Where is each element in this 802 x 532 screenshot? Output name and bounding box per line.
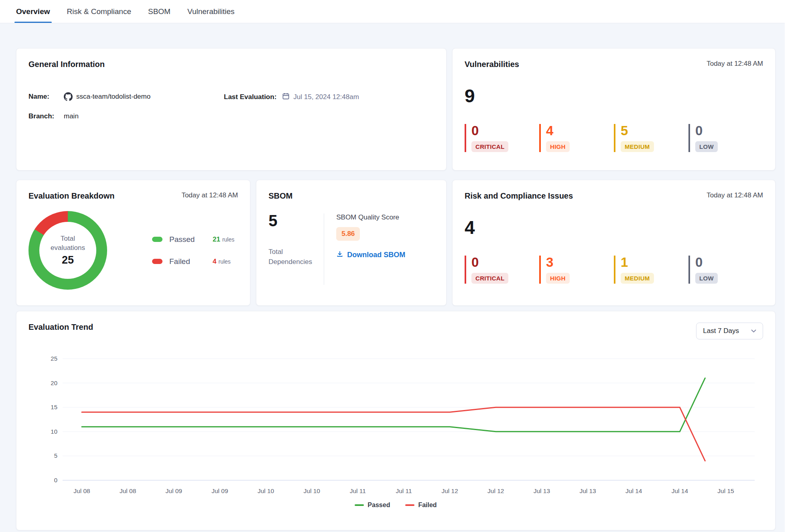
evaluation-breakdown-title: Evaluation Breakdown [28,191,115,201]
general-information-title: General Information [28,60,105,69]
x-tick-label: Jul 12 [441,487,458,494]
risk-severity-row: 0 CRITICAL 3 HIGH 1 MEDIUM 0 LOW [465,256,763,284]
x-tick-label: Jul 09 [166,487,182,494]
severity-tile-critical: 0 CRITICAL [465,124,539,152]
time-range-value: Last 7 Days [703,327,739,335]
vulnerabilities-title: Vulnerabilities [465,60,519,69]
severity-tile-low: 0 LOW [688,256,763,284]
x-tick-label: Jul 11 [396,487,412,494]
x-tick-label: Jul 14 [672,487,688,494]
severity-count: 0 [471,256,479,270]
chevron-down-icon [751,327,756,335]
sbom-quality-score-value: 5.86 [336,227,360,241]
legend-row-failed: Failed 4 rules [152,257,234,266]
risk-compliance-card: Risk and Compliance Issues Today at 12:4… [452,180,776,306]
donut-center-label: Total evaluations [45,234,91,253]
failed-count: 4 [213,258,216,266]
x-tick-label: Jul 09 [211,487,228,494]
x-tick-label: Jul 14 [625,487,642,494]
sbom-title: SBOM [268,191,292,201]
download-sbom-label: Download SBOM [347,251,405,259]
failed-label: Failed [169,257,205,266]
x-tick-label: Jul 10 [304,487,321,494]
legend-item-failed[interactable]: Failed [405,502,437,509]
x-tick-label: Jul 12 [487,487,504,494]
y-tick-label: 5 [54,452,57,459]
evaluation-trend-title: Evaluation Trend [28,323,93,332]
tab-bar: Overview Risk & Compliance SBOM Vulnerab… [0,0,802,23]
risk-compliance-total: 4 [465,218,763,237]
evaluation-breakdown-timestamp: Today at 12:48 AM [181,191,238,199]
vertical-divider [324,213,324,285]
x-tick-label: Jul 15 [717,487,734,494]
severity-tile-high: 3 HIGH [539,256,614,284]
passed-count: 21 [213,236,220,244]
severity-count: 3 [546,256,553,270]
series-line-passed [82,378,705,431]
github-icon [64,92,73,101]
x-tick-label: Jul 13 [579,487,596,494]
download-sbom-link[interactable]: Download SBOM [336,250,405,260]
donut-total-value: 25 [62,254,74,266]
vulnerabilities-card: Vulnerabilities Today at 12:48 AM 9 0 CR… [452,48,776,171]
failed-line-icon [405,504,414,506]
calendar-icon [282,92,290,102]
y-tick-label: 20 [51,380,57,386]
x-tick-label: Jul 10 [258,487,274,494]
vulnerabilities-total: 9 [465,87,763,105]
total-dependencies-value: 5 [268,213,320,229]
legend-failed-label: Failed [418,502,437,509]
severity-badge: LOW [695,273,718,284]
evaluation-trend-card: Evaluation Trend Last 7 Days 0510152025J… [16,311,776,530]
severity-count: 1 [621,256,628,270]
passed-pill-icon [152,237,162,242]
passed-line-icon [355,504,364,506]
branch-row: Branch: main [28,112,224,120]
tab-overview[interactable]: Overview [16,0,50,23]
trend-chart: 0510152025Jul 08Jul 08Jul 09Jul 09Jul 10… [28,347,764,498]
time-range-select[interactable]: Last 7 Days [696,323,763,339]
legend-row-passed: Passed 21 rules [152,235,234,244]
repo-name-value: ssca-team/todolist-demo [76,93,150,101]
severity-badge: LOW [695,141,718,152]
severity-count: 5 [621,124,628,138]
y-tick-label: 0 [54,477,57,483]
severity-tile-medium: 1 MEDIUM [614,256,688,284]
severity-tile-high: 4 HIGH [539,124,614,152]
scrollbar-gutter[interactable] [785,0,802,532]
sbom-quality-score-label: SBOM Quality Score [336,213,405,221]
last-evaluation-value: Jul 15, 2024 12:48am [293,93,359,101]
vulnerabilities-timestamp: Today at 12:48 AM [707,60,763,68]
tab-vulnerabilities[interactable]: Vulnerabilities [187,0,235,23]
y-tick-label: 15 [51,404,57,410]
last-evaluation-label: Last Evaluation: [224,93,276,101]
total-dependencies-label: Total Dependencies [268,247,320,267]
series-line-failed [82,407,705,461]
severity-count: 4 [546,124,553,138]
name-label: Name: [28,93,64,101]
general-information-card: General Information Name: ssca-team/todo… [16,48,447,171]
tab-sbom[interactable]: SBOM [148,0,171,23]
severity-badge: CRITICAL [471,141,508,152]
repo-name-row: Name: ssca-team/todolist-demo [28,92,224,101]
evaluations-donut-chart: Total evaluations 25 [28,211,107,290]
x-tick-label: Jul 13 [534,487,550,494]
legend-passed-label: Passed [367,502,390,509]
severity-count: 0 [695,256,703,270]
failed-pill-icon [152,259,162,264]
evaluation-breakdown-card: Evaluation Breakdown Today at 12:48 AM T… [16,180,250,306]
severity-badge: MEDIUM [621,273,654,284]
severity-badge: HIGH [546,141,570,152]
legend-item-passed[interactable]: Passed [355,502,390,509]
failed-unit: rules [218,258,230,265]
severity-count: 0 [471,124,479,138]
risk-compliance-timestamp: Today at 12:48 AM [707,191,763,199]
tab-risk-compliance[interactable]: Risk & Compliance [67,0,132,23]
x-tick-label: Jul 08 [120,487,136,494]
y-tick-label: 25 [51,355,57,362]
severity-badge: MEDIUM [621,141,654,152]
x-tick-label: Jul 08 [73,487,90,494]
last-evaluation-row: Last Evaluation: Jul 15, 2024 12:48am [224,92,359,102]
severity-tile-critical: 0 CRITICAL [465,256,539,284]
branch-label: Branch: [28,112,64,120]
